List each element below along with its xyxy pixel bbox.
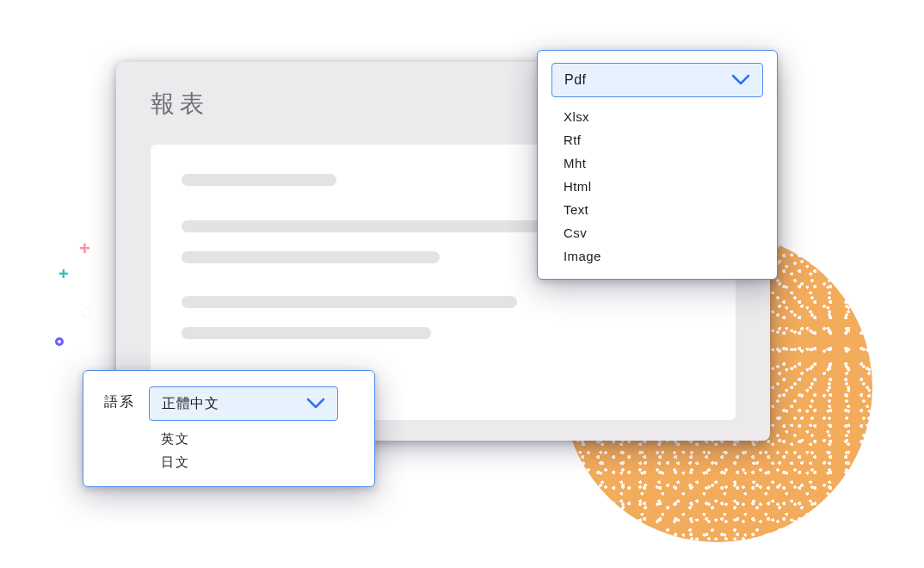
format-dropdown-panel: Pdf Xlsx Rtf Mht Html Text Csv Image [537,50,778,280]
decorative-dot [83,308,91,317]
chevron-down-icon [306,398,325,410]
language-field-label: 語系 [104,386,135,471]
format-option[interactable]: Csv [564,225,763,240]
language-select[interactable]: 正體中文 [149,386,338,421]
format-option[interactable]: Mht [564,156,763,170]
format-option[interactable]: Xlsx [564,109,763,124]
format-option[interactable]: Html [564,179,763,194]
language-selected-label: 正體中文 [162,395,219,413]
chevron-down-icon [731,74,750,86]
skeleton-line [182,327,431,339]
format-select[interactable]: Pdf [551,63,763,97]
language-dropdown-panel: 語系 正體中文 英文 日文 [83,370,375,487]
format-option-list: Xlsx Rtf Mht Html Text Csv Image [551,109,763,263]
decorative-plus-teal: + [59,265,69,282]
format-option[interactable]: Rtf [564,133,763,147]
skeleton-line [182,174,336,186]
skeleton-line [182,296,517,308]
format-option[interactable]: Image [564,249,763,263]
decorative-plus-pink: + [79,239,90,258]
decorative-ring [55,337,64,346]
language-option[interactable]: 英文 [161,431,357,448]
skeleton-line [182,251,440,263]
format-option[interactable]: Text [564,202,763,217]
language-option[interactable]: 日文 [161,454,357,471]
skeleton-line [182,220,543,232]
language-option-list: 英文 日文 [149,431,357,471]
format-selected-label: Pdf [564,72,587,88]
